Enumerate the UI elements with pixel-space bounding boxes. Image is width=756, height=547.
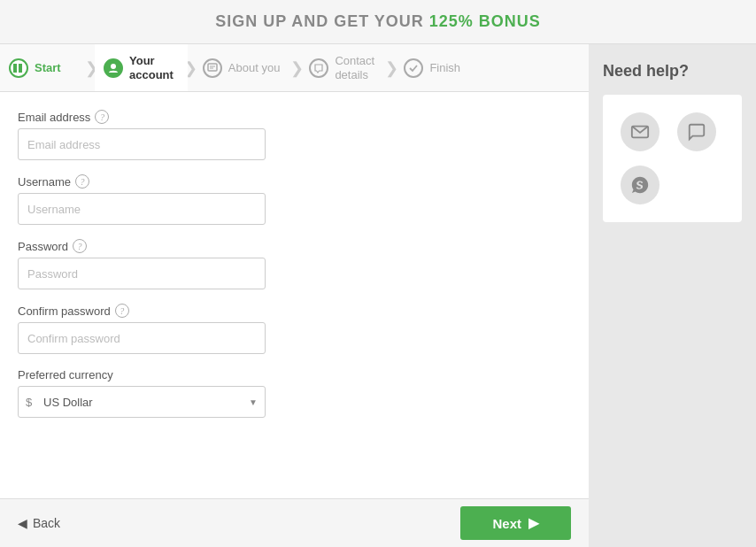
confirm-password-help-icon[interactable]: ? [115, 304, 129, 318]
step-finish[interactable]: Finish [395, 44, 483, 91]
step-about-you-icon [203, 58, 222, 78]
svg-rect-0 [13, 64, 17, 73]
step-contact-details-icon [309, 58, 328, 78]
password-help-icon[interactable]: ? [73, 239, 87, 253]
form-area: Start ❯ Youraccount ❯ [0, 44, 589, 547]
next-button[interactable]: Next ▶ [460, 506, 571, 540]
confirm-password-input[interactable] [18, 322, 266, 354]
stepper: Start ❯ Youraccount ❯ [0, 44, 589, 92]
step-your-account-icon [104, 58, 123, 78]
svg-point-2 [111, 64, 116, 69]
banner: SIGN UP AND GET YOUR 125% BONUS [0, 0, 756, 44]
username-group: Username ? [18, 174, 571, 225]
step-finish-icon [404, 58, 423, 78]
username-label: Username ? [18, 174, 571, 189]
confirm-password-group: Confirm password ? [18, 304, 571, 354]
email-input[interactable] [18, 128, 266, 160]
help-icons-row-1 [621, 112, 724, 151]
back-label: Back [33, 516, 60, 530]
email-label: Email address ? [18, 110, 571, 124]
step-about-you-label: About you [228, 61, 281, 75]
confirm-password-label: Confirm password ? [18, 304, 571, 318]
next-label: Next [492, 516, 521, 531]
currency-group: Preferred currency $ US Dollar Euro Brit… [18, 368, 571, 418]
currency-dollar-icon: $ [26, 396, 32, 409]
chat-contact-icon[interactable] [677, 112, 716, 151]
banner-highlight: 125% BONUS [429, 12, 541, 30]
svg-rect-1 [19, 64, 22, 73]
step-your-account-label: Youraccount [129, 54, 174, 81]
back-arrow-icon: ◀ [18, 516, 27, 530]
back-button[interactable]: ◀ Back [18, 516, 60, 530]
step-start-icon [9, 58, 28, 78]
username-help-icon[interactable]: ? [75, 174, 89, 189]
form-content: Email address ? Username ? Password ? [0, 92, 589, 498]
svg-rect-3 [208, 64, 217, 71]
step-start-label: Start [35, 61, 61, 75]
step-contact-details-label: Contactdetails [335, 54, 374, 81]
currency-label: Preferred currency [18, 368, 571, 381]
footer-bar: ◀ Back Next ▶ [0, 498, 589, 547]
email-contact-icon[interactable] [621, 112, 660, 151]
currency-select-wrapper: $ US Dollar Euro British Pound Australia… [18, 386, 266, 418]
step-about-you[interactable]: About you [194, 44, 295, 91]
password-group: Password ? [18, 239, 571, 289]
help-box [603, 95, 742, 222]
step-start[interactable]: Start [0, 44, 89, 91]
skype-contact-icon[interactable] [621, 166, 660, 204]
username-input[interactable] [18, 193, 266, 225]
step-finish-label: Finish [429, 61, 460, 75]
password-label: Password ? [18, 239, 571, 253]
help-icons-row-2 [621, 166, 724, 204]
password-input[interactable] [18, 258, 266, 289]
step-contact-details[interactable]: Contactdetails [300, 44, 389, 91]
help-title: Need help? [603, 62, 742, 81]
email-group: Email address ? [18, 110, 571, 160]
banner-prefix: SIGN UP AND GET YOUR [215, 12, 429, 30]
email-help-icon[interactable]: ? [95, 110, 109, 124]
next-arrow-icon: ▶ [528, 515, 539, 531]
currency-select[interactable]: US Dollar Euro British Pound Australian … [18, 386, 266, 418]
sidebar: Need help? [589, 44, 756, 547]
step-your-account[interactable]: Youraccount [95, 44, 188, 91]
